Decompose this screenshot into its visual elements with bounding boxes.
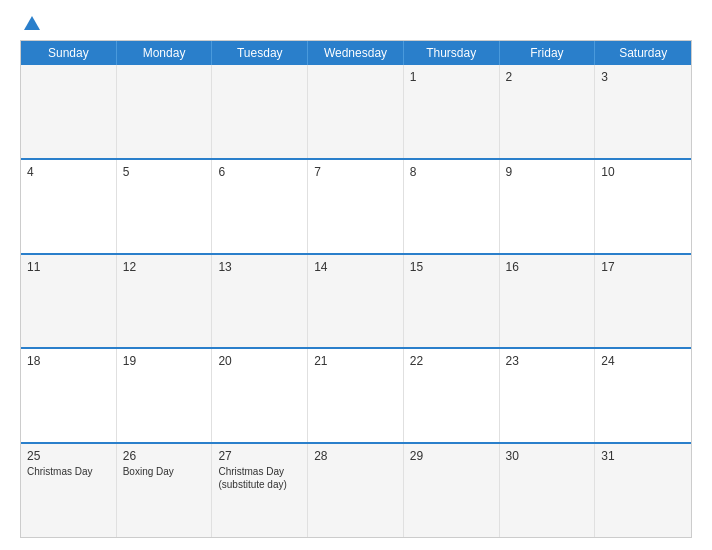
day-cell: [308, 65, 404, 158]
logo: [20, 16, 44, 30]
calendar-body: 1234567891011121314151617181920212223242…: [21, 65, 691, 537]
day-cell: 19: [117, 349, 213, 442]
day-number: 13: [218, 260, 301, 274]
day-cell: 10: [595, 160, 691, 253]
calendar: SundayMondayTuesdayWednesdayThursdayFrid…: [20, 40, 692, 538]
day-header-thursday: Thursday: [404, 41, 500, 65]
week-row-4: 18192021222324: [21, 347, 691, 442]
day-number: 2: [506, 70, 589, 84]
day-number: 28: [314, 449, 397, 463]
day-cell: 1: [404, 65, 500, 158]
day-cell: 22: [404, 349, 500, 442]
day-cell: 23: [500, 349, 596, 442]
day-cell: 24: [595, 349, 691, 442]
day-cell: [21, 65, 117, 158]
day-number: 20: [218, 354, 301, 368]
day-number: 18: [27, 354, 110, 368]
day-cell: 16: [500, 255, 596, 348]
day-cell: 20: [212, 349, 308, 442]
day-number: 27: [218, 449, 301, 463]
calendar-page: SundayMondayTuesdayWednesdayThursdayFrid…: [0, 0, 712, 550]
day-cell: 5: [117, 160, 213, 253]
day-cell: 30: [500, 444, 596, 537]
day-number: 22: [410, 354, 493, 368]
day-number: 30: [506, 449, 589, 463]
day-number: 10: [601, 165, 685, 179]
day-cell: 21: [308, 349, 404, 442]
day-number: 19: [123, 354, 206, 368]
day-number: 5: [123, 165, 206, 179]
day-cell: 8: [404, 160, 500, 253]
days-header: SundayMondayTuesdayWednesdayThursdayFrid…: [21, 41, 691, 65]
day-cell: 26Boxing Day: [117, 444, 213, 537]
day-cell: 13: [212, 255, 308, 348]
day-number: 17: [601, 260, 685, 274]
day-cell: 3: [595, 65, 691, 158]
day-number: 14: [314, 260, 397, 274]
day-number: 12: [123, 260, 206, 274]
day-number: 7: [314, 165, 397, 179]
day-cell: 29: [404, 444, 500, 537]
logo-triangle-icon: [24, 16, 40, 30]
day-number: 25: [27, 449, 110, 463]
day-number: 9: [506, 165, 589, 179]
day-cell: 25Christmas Day: [21, 444, 117, 537]
day-cell: 15: [404, 255, 500, 348]
day-cell: 27Christmas Day (substitute day): [212, 444, 308, 537]
day-number: 26: [123, 449, 206, 463]
day-number: 23: [506, 354, 589, 368]
day-number: 24: [601, 354, 685, 368]
week-row-1: 123: [21, 65, 691, 158]
week-row-2: 45678910: [21, 158, 691, 253]
day-number: 6: [218, 165, 301, 179]
header: [20, 16, 692, 30]
day-number: 11: [27, 260, 110, 274]
day-number: 31: [601, 449, 685, 463]
holiday-label: Christmas Day: [27, 465, 110, 478]
day-header-monday: Monday: [117, 41, 213, 65]
day-cell: 17: [595, 255, 691, 348]
day-cell: 6: [212, 160, 308, 253]
day-number: 4: [27, 165, 110, 179]
day-number: 29: [410, 449, 493, 463]
day-cell: 4: [21, 160, 117, 253]
week-row-3: 11121314151617: [21, 253, 691, 348]
holiday-label: Boxing Day: [123, 465, 206, 478]
day-cell: 12: [117, 255, 213, 348]
day-cell: 28: [308, 444, 404, 537]
day-header-wednesday: Wednesday: [308, 41, 404, 65]
holiday-label: Christmas Day (substitute day): [218, 465, 301, 491]
day-header-friday: Friday: [500, 41, 596, 65]
day-cell: [212, 65, 308, 158]
day-number: 3: [601, 70, 685, 84]
day-cell: 7: [308, 160, 404, 253]
day-cell: 11: [21, 255, 117, 348]
day-cell: 2: [500, 65, 596, 158]
day-cell: 31: [595, 444, 691, 537]
day-number: 21: [314, 354, 397, 368]
day-cell: 18: [21, 349, 117, 442]
day-cell: 14: [308, 255, 404, 348]
day-number: 8: [410, 165, 493, 179]
day-header-tuesday: Tuesday: [212, 41, 308, 65]
day-number: 15: [410, 260, 493, 274]
day-number: 16: [506, 260, 589, 274]
week-row-5: 25Christmas Day26Boxing Day27Christmas D…: [21, 442, 691, 537]
day-cell: [117, 65, 213, 158]
day-header-sunday: Sunday: [21, 41, 117, 65]
day-header-saturday: Saturday: [595, 41, 691, 65]
day-cell: 9: [500, 160, 596, 253]
day-number: 1: [410, 70, 493, 84]
